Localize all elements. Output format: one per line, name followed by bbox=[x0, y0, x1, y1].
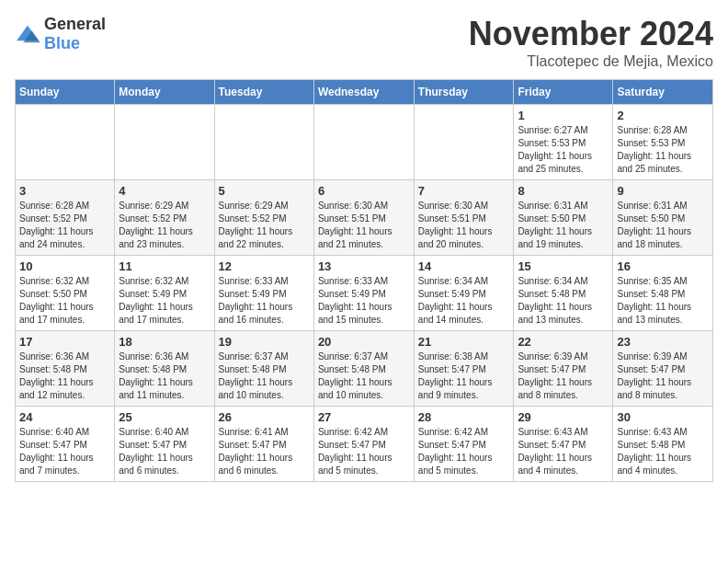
calendar-cell: 12Sunrise: 6:33 AM Sunset: 5:49 PM Dayli… bbox=[214, 256, 313, 331]
day-number: 8 bbox=[518, 184, 609, 198]
calendar-cell: 26Sunrise: 6:41 AM Sunset: 5:47 PM Dayli… bbox=[214, 407, 313, 482]
day-number: 7 bbox=[418, 184, 510, 198]
calendar-week-row: 24Sunrise: 6:40 AM Sunset: 5:47 PM Dayli… bbox=[16, 407, 713, 482]
day-info: Sunrise: 6:40 AM Sunset: 5:47 PM Dayligh… bbox=[119, 426, 210, 477]
calendar-cell: 16Sunrise: 6:35 AM Sunset: 5:48 PM Dayli… bbox=[613, 256, 713, 331]
day-info: Sunrise: 6:37 AM Sunset: 5:48 PM Dayligh… bbox=[318, 350, 410, 402]
day-info: Sunrise: 6:42 AM Sunset: 5:47 PM Dayligh… bbox=[418, 426, 510, 477]
header-tuesday: Tuesday bbox=[214, 80, 313, 105]
day-number: 20 bbox=[318, 335, 410, 349]
calendar-cell bbox=[214, 105, 313, 180]
day-info: Sunrise: 6:34 AM Sunset: 5:49 PM Dayligh… bbox=[418, 275, 510, 327]
header-wednesday: Wednesday bbox=[313, 80, 414, 105]
calendar-cell: 8Sunrise: 6:31 AM Sunset: 5:50 PM Daylig… bbox=[514, 180, 613, 256]
calendar-cell: 30Sunrise: 6:43 AM Sunset: 5:48 PM Dayli… bbox=[613, 407, 713, 482]
calendar-cell: 7Sunrise: 6:30 AM Sunset: 5:51 PM Daylig… bbox=[414, 180, 514, 256]
day-info: Sunrise: 6:28 AM Sunset: 5:52 PM Dayligh… bbox=[19, 200, 110, 251]
calendar-cell: 14Sunrise: 6:34 AM Sunset: 5:49 PM Dayli… bbox=[414, 256, 514, 331]
day-info: Sunrise: 6:40 AM Sunset: 5:47 PM Dayligh… bbox=[19, 426, 110, 477]
day-number: 25 bbox=[119, 410, 210, 424]
calendar-cell: 15Sunrise: 6:34 AM Sunset: 5:48 PM Dayli… bbox=[514, 256, 613, 331]
calendar-cell: 22Sunrise: 6:39 AM Sunset: 5:47 PM Dayli… bbox=[514, 331, 613, 407]
day-info: Sunrise: 6:42 AM Sunset: 5:47 PM Dayligh… bbox=[318, 426, 410, 477]
day-info: Sunrise: 6:36 AM Sunset: 5:48 PM Dayligh… bbox=[19, 350, 110, 402]
day-number: 22 bbox=[518, 335, 609, 349]
calendar-week-row: 17Sunrise: 6:36 AM Sunset: 5:48 PM Dayli… bbox=[16, 331, 713, 407]
day-number: 10 bbox=[19, 259, 110, 273]
calendar-cell: 11Sunrise: 6:32 AM Sunset: 5:49 PM Dayli… bbox=[115, 256, 214, 331]
day-info: Sunrise: 6:41 AM Sunset: 5:47 PM Dayligh… bbox=[219, 426, 310, 477]
calendar-cell bbox=[115, 105, 214, 180]
day-info: Sunrise: 6:36 AM Sunset: 5:48 PM Dayligh… bbox=[119, 350, 210, 402]
day-number: 3 bbox=[19, 184, 110, 198]
header-friday: Friday bbox=[514, 80, 613, 105]
day-number: 24 bbox=[19, 410, 110, 424]
calendar-header-row: SundayMondayTuesdayWednesdayThursdayFrid… bbox=[16, 80, 713, 105]
calendar-cell: 29Sunrise: 6:43 AM Sunset: 5:47 PM Dayli… bbox=[514, 407, 613, 482]
calendar-cell: 19Sunrise: 6:37 AM Sunset: 5:48 PM Dayli… bbox=[214, 331, 313, 407]
header-sunday: Sunday bbox=[16, 80, 115, 105]
header-saturday: Saturday bbox=[613, 80, 713, 105]
day-number: 16 bbox=[617, 259, 709, 273]
day-number: 11 bbox=[119, 259, 210, 273]
calendar-cell: 23Sunrise: 6:39 AM Sunset: 5:47 PM Dayli… bbox=[613, 331, 713, 407]
day-info: Sunrise: 6:43 AM Sunset: 5:48 PM Dayligh… bbox=[617, 426, 709, 477]
calendar-cell: 9Sunrise: 6:31 AM Sunset: 5:50 PM Daylig… bbox=[613, 180, 713, 256]
day-number: 26 bbox=[219, 410, 310, 424]
day-number: 18 bbox=[119, 335, 210, 349]
day-info: Sunrise: 6:31 AM Sunset: 5:50 PM Dayligh… bbox=[617, 200, 709, 251]
calendar-week-row: 10Sunrise: 6:32 AM Sunset: 5:50 PM Dayli… bbox=[16, 256, 713, 331]
header: General Blue November 2024 Tlacotepec de… bbox=[15, 15, 713, 70]
calendar-week-row: 1Sunrise: 6:27 AM Sunset: 5:53 PM Daylig… bbox=[16, 105, 713, 180]
calendar-cell: 3Sunrise: 6:28 AM Sunset: 5:52 PM Daylig… bbox=[16, 180, 115, 256]
day-number: 27 bbox=[318, 410, 410, 424]
day-number: 15 bbox=[518, 259, 609, 273]
calendar-cell: 2Sunrise: 6:28 AM Sunset: 5:53 PM Daylig… bbox=[613, 105, 713, 180]
day-number: 12 bbox=[219, 259, 310, 273]
day-info: Sunrise: 6:32 AM Sunset: 5:49 PM Dayligh… bbox=[119, 275, 210, 327]
day-number: 17 bbox=[19, 335, 110, 349]
calendar: SundayMondayTuesdayWednesdayThursdayFrid… bbox=[15, 79, 713, 482]
calendar-cell bbox=[16, 105, 115, 180]
day-info: Sunrise: 6:38 AM Sunset: 5:47 PM Dayligh… bbox=[418, 350, 510, 402]
calendar-cell: 13Sunrise: 6:33 AM Sunset: 5:49 PM Dayli… bbox=[313, 256, 414, 331]
day-number: 5 bbox=[219, 184, 310, 198]
calendar-cell: 18Sunrise: 6:36 AM Sunset: 5:48 PM Dayli… bbox=[115, 331, 214, 407]
day-info: Sunrise: 6:28 AM Sunset: 5:53 PM Dayligh… bbox=[617, 124, 709, 176]
day-info: Sunrise: 6:29 AM Sunset: 5:52 PM Dayligh… bbox=[119, 200, 210, 251]
day-info: Sunrise: 6:33 AM Sunset: 5:49 PM Dayligh… bbox=[219, 275, 310, 327]
calendar-cell bbox=[313, 105, 414, 180]
day-number: 23 bbox=[617, 335, 709, 349]
logo-blue: Blue bbox=[44, 34, 80, 52]
calendar-cell: 20Sunrise: 6:37 AM Sunset: 5:48 PM Dayli… bbox=[313, 331, 414, 407]
day-info: Sunrise: 6:27 AM Sunset: 5:53 PM Dayligh… bbox=[518, 124, 609, 176]
day-number: 29 bbox=[518, 410, 609, 424]
calendar-cell: 24Sunrise: 6:40 AM Sunset: 5:47 PM Dayli… bbox=[16, 407, 115, 482]
day-number: 28 bbox=[418, 410, 510, 424]
calendar-cell: 17Sunrise: 6:36 AM Sunset: 5:48 PM Dayli… bbox=[16, 331, 115, 407]
calendar-cell: 28Sunrise: 6:42 AM Sunset: 5:47 PM Dayli… bbox=[414, 407, 514, 482]
day-info: Sunrise: 6:29 AM Sunset: 5:52 PM Dayligh… bbox=[219, 200, 310, 251]
logo-general: General bbox=[44, 15, 106, 33]
day-number: 6 bbox=[318, 184, 410, 198]
day-info: Sunrise: 6:31 AM Sunset: 5:50 PM Dayligh… bbox=[518, 200, 609, 251]
day-number: 21 bbox=[418, 335, 510, 349]
header-monday: Monday bbox=[115, 80, 214, 105]
header-thursday: Thursday bbox=[414, 80, 514, 105]
month-title: November 2024 bbox=[469, 15, 713, 53]
calendar-cell: 25Sunrise: 6:40 AM Sunset: 5:47 PM Dayli… bbox=[115, 407, 214, 482]
day-info: Sunrise: 6:32 AM Sunset: 5:50 PM Dayligh… bbox=[19, 275, 110, 327]
day-info: Sunrise: 6:34 AM Sunset: 5:48 PM Dayligh… bbox=[518, 275, 609, 327]
calendar-cell: 27Sunrise: 6:42 AM Sunset: 5:47 PM Dayli… bbox=[313, 407, 414, 482]
calendar-cell bbox=[414, 105, 514, 180]
title-section: November 2024 Tlacotepec de Mejia, Mexic… bbox=[469, 15, 713, 70]
logo: General Blue bbox=[15, 15, 106, 53]
day-number: 4 bbox=[119, 184, 210, 198]
day-info: Sunrise: 6:37 AM Sunset: 5:48 PM Dayligh… bbox=[219, 350, 310, 402]
day-info: Sunrise: 6:30 AM Sunset: 5:51 PM Dayligh… bbox=[318, 200, 410, 251]
location: Tlacotepec de Mejia, Mexico bbox=[469, 53, 713, 70]
day-number: 13 bbox=[318, 259, 410, 273]
day-number: 14 bbox=[418, 259, 510, 273]
calendar-week-row: 3Sunrise: 6:28 AM Sunset: 5:52 PM Daylig… bbox=[16, 180, 713, 256]
calendar-cell: 10Sunrise: 6:32 AM Sunset: 5:50 PM Dayli… bbox=[16, 256, 115, 331]
